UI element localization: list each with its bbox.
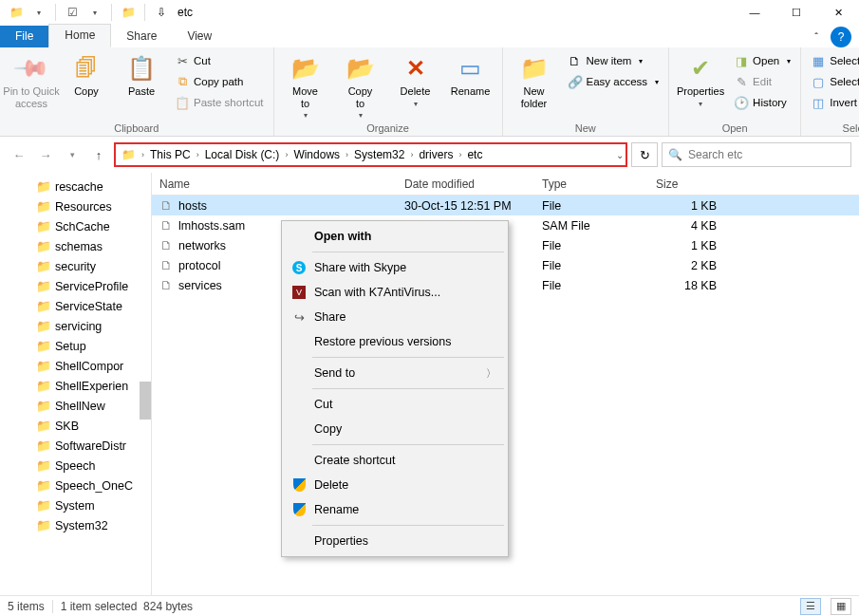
search-input[interactable]: 🔍 Search etc — [662, 142, 851, 167]
tree-item[interactable]: 📁Setup — [0, 336, 151, 356]
qat-dropdown2-icon[interactable]: ▾ — [84, 2, 105, 23]
ctx-restore-versions[interactable]: Restore previous versions — [284, 329, 506, 354]
breadcrumb-system32[interactable]: System32 — [350, 148, 408, 161]
properties-button[interactable]: ✔Properties▾ — [675, 49, 726, 108]
breadcrumb-drive[interactable]: Local Disk (C:) — [201, 148, 284, 161]
easy-access-button[interactable]: 🔗Easy access▾ — [564, 72, 663, 91]
tree-item[interactable]: 📁SchCache — [0, 216, 151, 236]
ctx-cut-label: Cut — [314, 398, 332, 411]
ctx-cut[interactable]: Cut — [284, 392, 506, 417]
select-none-button[interactable]: ▢Select none — [807, 72, 859, 91]
pin-quick-access-button[interactable]: 📌 Pin to Quick access — [6, 49, 57, 109]
ctx-create-shortcut[interactable]: Create shortcut — [284, 448, 506, 473]
invert-selection-button[interactable]: ◫Invert selection — [807, 93, 859, 112]
tab-share[interactable]: Share — [111, 26, 172, 47]
chevron-right-icon[interactable]: › — [141, 150, 144, 159]
history-button[interactable]: 🕑History — [730, 93, 794, 112]
col-date[interactable]: Date modified — [397, 177, 534, 191]
col-type[interactable]: Type — [534, 177, 648, 191]
tree-item[interactable]: 📁System — [0, 495, 151, 515]
tree-item[interactable]: 📁Resources — [0, 196, 151, 216]
tree-item[interactable]: 📁SoftwareDistr — [0, 436, 151, 456]
open-button[interactable]: ◨Open▾ — [730, 51, 794, 70]
tree-item-label: ShellCompor — [55, 360, 123, 373]
col-name[interactable]: Name — [152, 177, 397, 191]
recent-locations-button[interactable]: ▾ — [61, 143, 84, 166]
col-size[interactable]: Size — [648, 177, 724, 191]
paste-shortcut-button[interactable]: 📋Paste shortcut — [171, 93, 268, 112]
chevron-right-icon[interactable]: › — [410, 150, 413, 159]
collapse-ribbon-button[interactable]: ˆ — [806, 27, 827, 47]
edit-button[interactable]: ✎Edit — [730, 72, 794, 91]
file-row[interactable]: 🗋hosts30-Oct-15 12:51 PMFile1 KB — [152, 196, 859, 215]
breadcrumb-windows[interactable]: Windows — [289, 148, 344, 161]
folder-icon: 📁 — [36, 339, 51, 353]
tab-home[interactable]: Home — [48, 24, 111, 47]
folder-qat-icon[interactable]: 📁 — [118, 2, 139, 23]
ctx-delete[interactable]: Delete — [284, 473, 506, 497]
minimize-button[interactable]: — — [734, 0, 775, 25]
tree-item[interactable]: 📁Speech — [0, 456, 151, 476]
chevron-right-icon[interactable]: › — [196, 150, 199, 159]
select-all-button[interactable]: ▦Select all — [807, 51, 859, 70]
breadcrumb-this-pc[interactable]: This PC — [146, 148, 195, 161]
navigation-tree[interactable]: 📁rescache📁Resources📁SchCache📁schemas📁sec… — [0, 173, 152, 595]
copy-path-button[interactable]: ⧉Copy path — [171, 72, 268, 91]
tree-item[interactable]: 📁Speech_OneC — [0, 476, 151, 495]
tree-item[interactable]: 📁schemas — [0, 236, 151, 256]
cut-button[interactable]: ✂Cut — [171, 51, 268, 70]
address-bar[interactable]: 📁 › This PC› Local Disk (C:)› Windows› S… — [114, 142, 627, 167]
breadcrumb-drivers[interactable]: drivers — [415, 148, 457, 161]
ctx-share-skype[interactable]: SShare with Skype — [284, 255, 506, 280]
help-button[interactable]: ? — [831, 27, 851, 47]
ctx-share[interactable]: ↪Share — [284, 305, 506, 329]
large-icons-view-button[interactable]: ▦ — [831, 598, 851, 615]
qat-dropdown-icon[interactable]: ▾ — [28, 2, 49, 23]
ctx-rename[interactable]: Rename — [284, 497, 506, 522]
close-button[interactable]: ✕ — [817, 0, 859, 25]
qat-overflow-icon[interactable]: ⇩ — [151, 2, 172, 23]
forward-button[interactable]: → — [34, 143, 57, 166]
chevron-right-icon[interactable]: › — [458, 150, 461, 159]
invert-selection-label: Invert selection — [830, 97, 859, 108]
delete-button[interactable]: ✕Delete▾ — [390, 49, 441, 108]
tree-item[interactable]: 📁ShellCompor — [0, 356, 151, 376]
tree-item[interactable]: 📁ShellExperien — [0, 376, 151, 396]
new-item-button[interactable]: 🗋New item▾ — [564, 51, 663, 70]
tree-item[interactable]: 📁SKB — [0, 416, 151, 436]
file-name: protocol — [178, 259, 220, 272]
ctx-open-with[interactable]: Open with — [284, 224, 506, 249]
details-view-button[interactable]: ☰ — [800, 598, 821, 615]
ctx-copy[interactable]: Copy — [284, 417, 506, 441]
chevron-right-icon[interactable]: › — [285, 150, 288, 159]
copy-button[interactable]: 🗐 Copy — [61, 49, 112, 98]
tab-view[interactable]: View — [172, 26, 227, 47]
refresh-button[interactable]: ↻ — [631, 142, 658, 167]
properties-qat-icon[interactable]: ☑ — [62, 2, 83, 23]
group-new: 📁New folder 🗋New item▾ 🔗Easy access▾ New — [503, 47, 670, 136]
tree-item[interactable]: 📁ShellNew — [0, 396, 151, 416]
breadcrumb-etc[interactable]: etc — [463, 148, 486, 161]
ctx-scan-k7[interactable]: VScan with K7AntiVirus... — [284, 280, 506, 305]
tree-item[interactable]: 📁rescache — [0, 177, 151, 196]
paste-button[interactable]: 📋 Paste — [116, 49, 167, 98]
tree-item[interactable]: 📁ServiceState — [0, 296, 151, 316]
up-button[interactable]: ↑ — [87, 143, 110, 166]
scrollbar-thumb[interactable] — [140, 382, 151, 420]
tree-item[interactable]: 📁servicing — [0, 316, 151, 336]
chevron-right-icon[interactable]: › — [345, 150, 348, 159]
ctx-properties[interactable]: Properties — [284, 529, 506, 553]
tree-item[interactable]: 📁System32 — [0, 515, 151, 535]
rename-button[interactable]: ▭Rename — [445, 49, 496, 98]
move-to-button[interactable]: 📂Move to▾ — [280, 49, 331, 120]
maximize-button[interactable]: ☐ — [775, 0, 817, 25]
back-button[interactable]: ← — [8, 143, 30, 166]
new-folder-button[interactable]: 📁New folder — [509, 49, 560, 109]
address-history-dropdown[interactable]: ⌄ — [616, 150, 624, 160]
tree-item[interactable]: 📁security — [0, 256, 151, 276]
tab-file[interactable]: File — [0, 26, 48, 47]
folder-icon: 📁 — [36, 379, 51, 393]
copy-to-button[interactable]: 📂Copy to▾ — [335, 49, 386, 120]
ctx-send-to[interactable]: Send to〉 — [284, 361, 506, 385]
tree-item[interactable]: 📁ServiceProfile — [0, 276, 151, 296]
